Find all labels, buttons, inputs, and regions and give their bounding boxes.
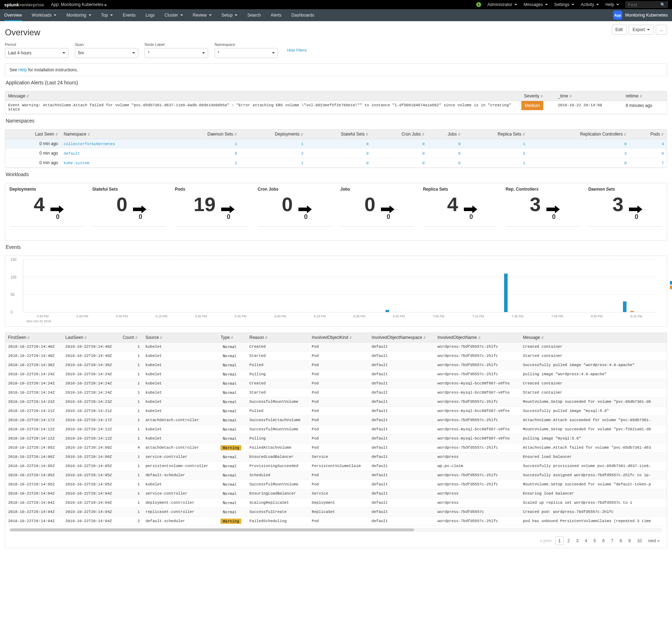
ev-col[interactable]: InvolvedObjectName⇵	[435, 333, 520, 342]
ns-col[interactable]: Replication Controllers⇵	[528, 130, 629, 139]
hide-filters-link[interactable]: Hide Filters	[287, 48, 307, 52]
col-message[interactable]: Message⇵	[5, 91, 521, 101]
more-button[interactable]: ...	[656, 25, 667, 35]
pager-page[interactable]: 1	[555, 537, 564, 545]
logo[interactable]: splunk>enterprise	[4, 2, 44, 7]
ns-value[interactable]: 1	[301, 142, 304, 146]
ev-col[interactable]: InvolvedObjectNamespace⇵	[369, 333, 435, 342]
ns-col[interactable]: Last Seen⇵	[5, 130, 61, 139]
pager-page[interactable]: 9	[625, 537, 634, 545]
nav-logs[interactable]: Logs	[146, 9, 155, 21]
activity-menu[interactable]: Activity	[581, 2, 599, 7]
ns-value[interactable]: 0	[366, 151, 369, 156]
ns-value[interactable]: 3	[624, 151, 627, 156]
ns-value[interactable]: 2	[523, 151, 526, 156]
ns-value[interactable]: 1	[523, 161, 526, 165]
ns-value[interactable]: 0	[422, 161, 425, 165]
ns-value[interactable]: 2	[235, 161, 237, 165]
nav-alerts[interactable]: Alerts	[271, 9, 281, 21]
ns-col[interactable]: Replica Sets⇵	[464, 130, 528, 139]
pager-page[interactable]: 2	[564, 537, 573, 545]
ns-value[interactable]: 0	[366, 161, 369, 165]
ns-value[interactable]: 0	[458, 142, 461, 146]
ev-col[interactable]: Source⇵	[143, 333, 218, 342]
ns-value[interactable]: 0	[624, 142, 627, 146]
ns-value[interactable]: 2	[301, 151, 304, 156]
ns-link[interactable]: default	[64, 151, 80, 156]
scrollbar-thumb[interactable]	[10, 528, 414, 531]
nav-events[interactable]: Events	[123, 9, 136, 21]
ns-value[interactable]: 0	[235, 151, 237, 156]
pager-page[interactable]: 6	[599, 537, 607, 545]
ev-col[interactable]: LastSeen⇵	[62, 333, 120, 342]
chevron-down-icon	[54, 14, 56, 16]
app-switcher[interactable]: App: Monitoring Kubernetes	[51, 2, 107, 7]
nav-workloads[interactable]: Workloads	[32, 9, 56, 21]
nav-review[interactable]: Review	[193, 9, 212, 21]
ns-link[interactable]: kube-system	[64, 161, 90, 165]
ns-col[interactable]: Deployments⇵	[240, 130, 307, 139]
ns-col[interactable]: Daemon Sets⇵	[171, 130, 240, 139]
horizontal-scrollbar[interactable]	[10, 528, 662, 532]
find-input[interactable]	[628, 2, 656, 7]
pager-page[interactable]: 5	[591, 537, 599, 545]
export-button[interactable]: Export	[629, 25, 654, 35]
find-box[interactable]: 🔍	[625, 1, 668, 8]
ev-col[interactable]: Message⇵	[520, 333, 667, 342]
nav-setup[interactable]: Setup	[222, 9, 237, 21]
help-link[interactable]: Help	[18, 67, 27, 72]
namespace-dropdown[interactable]: *	[214, 48, 278, 58]
nav-top[interactable]: Top	[101, 9, 113, 21]
help-menu[interactable]: Help	[605, 2, 619, 7]
col-time[interactable]: _time⇵	[555, 91, 623, 101]
pager-page[interactable]: 7	[608, 537, 616, 545]
sort-icon: ⇵	[265, 336, 268, 340]
col-reltime[interactable]: reltime⇵	[623, 91, 667, 101]
ns-value[interactable]: 8	[661, 151, 664, 156]
nav-dashboards[interactable]: Dashboards	[291, 9, 314, 21]
ev-col[interactable]: Count⇵	[120, 333, 143, 342]
col-severity[interactable]: Severity⇵	[521, 91, 555, 101]
settings-menu[interactable]: Settings	[554, 2, 574, 7]
ns-value[interactable]: 0	[422, 142, 425, 146]
nav-search[interactable]: Search	[247, 9, 261, 21]
ev-col[interactable]: InvolvedObjectKind⇵	[309, 333, 369, 342]
ns-value[interactable]: 0	[624, 161, 627, 165]
type-badge: Normal	[220, 399, 239, 405]
ns-col[interactable]: Namespace⇵	[61, 130, 171, 139]
ns-col[interactable]: Jobs⇵	[428, 130, 464, 139]
ns-value[interactable]: 1	[523, 142, 526, 146]
ns-value[interactable]: 7	[661, 161, 664, 165]
ev-col[interactable]: Reason⇵	[247, 333, 309, 342]
edit-button[interactable]: Edit	[612, 25, 627, 35]
ns-col[interactable]: Pods⇵	[629, 130, 667, 139]
ns-value[interactable]: 0	[366, 142, 369, 146]
ns-value[interactable]: 1	[301, 161, 304, 165]
nav-monitoring[interactable]: Monitoring	[66, 9, 91, 21]
pager-next[interactable]: next »	[645, 537, 662, 545]
pager-page[interactable]: 4	[582, 537, 590, 545]
span-dropdown[interactable]: 5m	[75, 48, 138, 58]
ns-value[interactable]: 0	[422, 151, 425, 156]
info-icon[interactable]: i	[476, 2, 481, 7]
pager-page[interactable]: 3	[573, 537, 581, 545]
workload-title: Stateful Sets	[92, 187, 166, 192]
ns-col[interactable]: Cron Jobs⇵	[371, 130, 428, 139]
ns-col[interactable]: Stateful Sets⇵	[306, 130, 371, 139]
pager-page[interactable]: 8	[617, 537, 625, 545]
nav-cluster[interactable]: Cluster	[165, 9, 183, 21]
ns-value[interactable]: 4	[661, 142, 664, 146]
app-icon: App	[613, 11, 622, 20]
ns-link[interactable]: collectorforkubernetes	[64, 142, 115, 146]
ns-value[interactable]: 0	[458, 161, 461, 165]
nav-overview[interactable]: Overview	[4, 9, 22, 21]
nodelabel-dropdown[interactable]: *	[145, 48, 208, 58]
ns-value[interactable]: 1	[235, 142, 237, 146]
pager-page[interactable]: 10	[634, 537, 644, 545]
messages-menu[interactable]: Messages	[523, 2, 548, 7]
admin-menu[interactable]: Administrator	[488, 2, 517, 7]
ev-col[interactable]: Type⇵	[218, 333, 247, 342]
ns-value[interactable]: 0	[458, 151, 461, 156]
period-dropdown[interactable]: Last 4 hours	[5, 48, 68, 58]
ev-col[interactable]: FirstSeen⇵	[5, 333, 62, 342]
